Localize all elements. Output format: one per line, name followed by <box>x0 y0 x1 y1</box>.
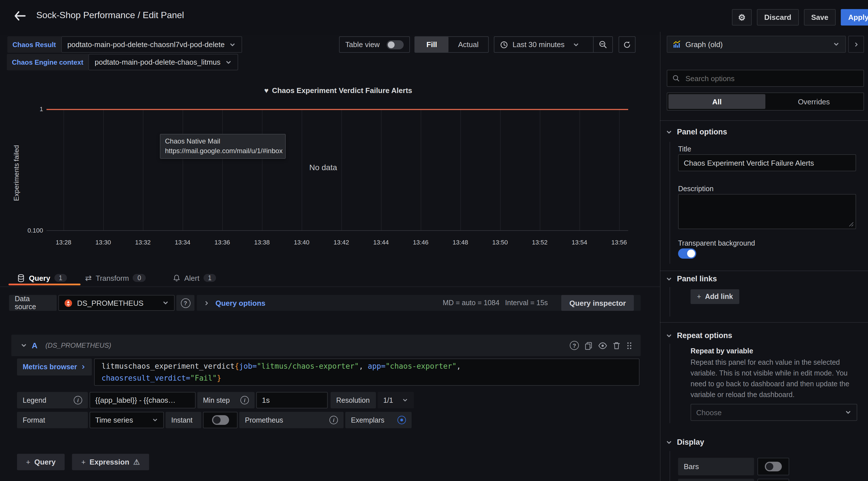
tab-transform-label: Transform <box>96 274 129 282</box>
grid-line <box>103 110 104 230</box>
display-header-label: Display <box>677 438 704 446</box>
search-options-box[interactable] <box>667 70 864 87</box>
x-tick: 13:34 <box>163 239 203 246</box>
transparent-background-toggle[interactable] <box>678 248 696 259</box>
add-link-button[interactable]: +Add link <box>690 289 739 304</box>
help-icon[interactable]: ? <box>570 341 579 350</box>
exemplars-label: Exemplars <box>351 416 384 424</box>
table-view-toggle[interactable] <box>387 40 404 49</box>
bars-toggle[interactable] <box>765 462 782 471</box>
duplicate-icon[interactable] <box>585 341 592 350</box>
repeat-options-header[interactable]: Repeat options <box>665 331 732 340</box>
save-button[interactable]: Save <box>804 9 836 26</box>
legend-format-input[interactable]: {{app_label}} - {{chaos… <box>90 392 195 409</box>
tab-alert[interactable]: Alert 1 <box>173 269 216 287</box>
grid-line <box>183 110 183 230</box>
promql-token: "litmus/chaos-exporter" <box>257 362 359 370</box>
x-tick: 13:44 <box>361 239 401 246</box>
plus-icon: + <box>81 458 86 466</box>
promql-token: = <box>252 362 257 370</box>
add-expression-button[interactable]: +Expression⚠ <box>72 454 149 470</box>
panel-title-value: Chaos Experiment Verdict Failure Alerts <box>684 158 814 167</box>
apply-button[interactable]: Apply <box>841 9 868 26</box>
tab-transform[interactable]: ⇄ Transform 0 <box>85 269 146 287</box>
tab-overrides[interactable]: Overrides <box>765 94 862 109</box>
format-select[interactable]: Time series <box>90 412 164 428</box>
gear-icon: ⚙ <box>738 12 746 22</box>
variable-value: podtato-main-pod-delete-chaos_litmus <box>95 58 221 66</box>
grid-line <box>619 110 620 230</box>
datasource-value: DS_PROMETHEUS <box>77 299 144 307</box>
bell-icon <box>173 274 180 282</box>
datasource-help-button[interactable]: ? <box>176 295 194 311</box>
panel-settings-button[interactable]: ⚙ <box>732 9 752 26</box>
back-button[interactable] <box>11 8 28 24</box>
query-options-toggle[interactable]: Query options <box>215 299 265 307</box>
threshold-line <box>46 109 628 110</box>
promql-token: } <box>217 374 221 382</box>
fill-option[interactable]: Fill <box>415 37 448 52</box>
refresh-button[interactable] <box>619 36 636 53</box>
chart-panel-title[interactable]: ♥Chaos Experiment Verdict Failure Alerts <box>48 86 628 95</box>
drag-handle-icon[interactable] <box>626 341 633 350</box>
min-step-value: 1s <box>262 396 270 404</box>
actual-option[interactable]: Actual <box>448 37 488 52</box>
chevron-down-icon <box>665 439 673 446</box>
variable-value-dropdown[interactable]: podtato-main-pod-delete-chaosnl7vd-pod-d… <box>61 36 242 53</box>
x-tick: 13:54 <box>560 239 599 246</box>
heart-icon: ♥ <box>264 86 269 95</box>
tab-alert-label: Alert <box>184 274 199 282</box>
promql-token: , <box>456 362 461 370</box>
tab-all[interactable]: All <box>669 94 765 109</box>
panel-links-header[interactable]: Panel links <box>665 274 717 283</box>
min-step-input[interactable]: 1s <box>256 392 328 409</box>
datasource-picker[interactable]: DS_PROMETHEUS <box>58 295 175 311</box>
time-range-picker[interactable]: Last 30 minutes <box>494 40 593 49</box>
metrics-browser-button[interactable]: Metrics browser <box>17 359 92 375</box>
panel-options-header[interactable]: Panel options <box>665 128 727 136</box>
legend-label: Legend <box>23 396 46 404</box>
resolution-select[interactable]: 1/1 <box>378 392 414 409</box>
x-tick: 13:32 <box>123 239 163 246</box>
display-header[interactable]: Display <box>665 438 704 446</box>
query-inspector-button[interactable]: Query inspector <box>562 295 634 311</box>
query-row-header[interactable]: A (DS_PROMETHEUS) ? <box>11 335 641 356</box>
repeat-options-header-label: Repeat options <box>677 331 732 340</box>
promql-line-2: chaosresult_verdict="Fail"} <box>101 372 221 384</box>
x-tick: 13:28 <box>44 239 83 246</box>
discard-button[interactable]: Discard <box>757 9 799 26</box>
repeat-variable-select[interactable]: Choose <box>690 404 857 421</box>
promql-query-input[interactable]: litmuschaos_experiment_verdict{job="litm… <box>94 359 640 386</box>
zoom-out-button[interactable] <box>594 40 612 49</box>
promql-token: app <box>368 362 381 370</box>
variable-value-dropdown[interactable]: podtato-main-pod-delete-chaos_litmus <box>88 54 238 70</box>
promql-token: chaosresult_verdict <box>101 374 186 382</box>
indent-guide <box>670 287 670 317</box>
trash-icon[interactable] <box>613 341 620 350</box>
legend-format-value: {{app_label}} - {{chaos… <box>95 396 176 404</box>
visualization-picker[interactable]: Graph (old) <box>667 36 846 53</box>
y-tick-top: 1 <box>9 106 43 112</box>
eye-icon[interactable] <box>598 342 607 349</box>
chevron-down-icon <box>833 41 840 48</box>
repeat-by-variable-label: Repeat by variable <box>690 347 753 355</box>
variable-chaos-engine-context: Chaos Engine context podtato-main-pod-de… <box>7 54 238 70</box>
search-options-input[interactable] <box>684 73 858 83</box>
chevron-down-icon <box>845 409 851 416</box>
top-header: Sock-Shop Performance / Edit Panel ⚙ Dis… <box>0 0 868 35</box>
format-label-box: Format <box>17 412 88 428</box>
grid-line <box>421 110 421 230</box>
tooltip-title: Chaos Native Mail <box>165 137 281 146</box>
instant-label-box: Instant <box>165 412 201 428</box>
resize-handle-icon[interactable] <box>849 222 854 227</box>
active-tab-indicator <box>8 283 81 285</box>
search-icon <box>673 74 680 82</box>
exemplars-icon[interactable] <box>397 416 406 424</box>
collapse-options-button[interactable] <box>848 36 864 53</box>
instant-toggle[interactable] <box>212 415 229 425</box>
panel-title-input[interactable]: Chaos Experiment Verdict Failure Alerts <box>678 154 856 171</box>
panel-description-textarea[interactable] <box>678 194 856 229</box>
min-step-label: Min step <box>203 396 230 404</box>
add-query-button[interactable]: +Query <box>17 454 65 470</box>
fill-actual-switch: Fill Actual <box>414 36 489 53</box>
